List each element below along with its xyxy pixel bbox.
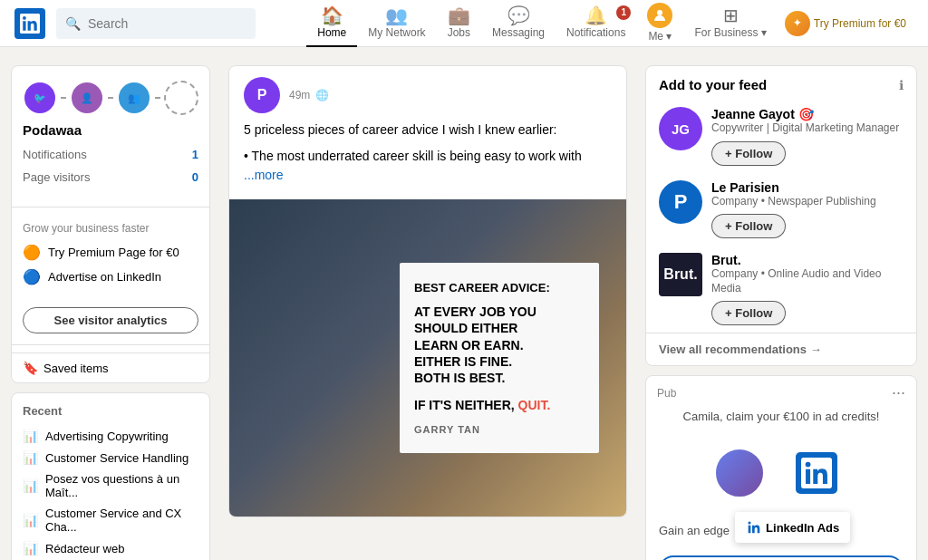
rec-avatar-1: JG	[659, 107, 702, 150]
post-time: 49m 🌐	[289, 89, 612, 101]
business-name: Podawaa	[23, 122, 198, 138]
avatar-progress-row: 🐦 👤 👥	[23, 81, 198, 115]
nav-label-home: Home	[317, 26, 346, 39]
nav-label-me: Me ▾	[648, 30, 672, 43]
ad-pub-label: Pub	[657, 387, 676, 400]
ad-card: Pub ··· Camila, claim your €100 in ad cr…	[645, 375, 917, 560]
nav-item-home[interactable]: 🏠 Home	[306, 0, 357, 47]
rec-desc-2: Company • Newspaper Publishing	[711, 195, 904, 209]
recent-label-1: Advertising Copywriting	[45, 430, 169, 443]
recent-label-2: Customer Service Handling	[45, 451, 188, 465]
premium-button[interactable]: ✦ Try Premium for €0	[778, 0, 914, 47]
notifications-value: 1	[192, 148, 198, 161]
rec-info-1: Jeanne Gayot 🎯 Copywriter | Digital Mark…	[711, 107, 904, 166]
globe-icon: 🌐	[315, 89, 329, 101]
nav-item-me[interactable]: Me ▾	[636, 0, 683, 47]
business-icon: ⊞	[723, 6, 739, 24]
career-advice-card: BEST CAREER ADVICE: AT EVERY JOB YOU SHO…	[400, 263, 599, 454]
recent-title: Recent	[23, 404, 198, 418]
left-sidebar: 🐦 👤 👥 Podawaa Notifications 1 Page visit…	[11, 65, 210, 560]
saved-items-label: Saved items	[44, 362, 109, 375]
recent-item-2[interactable]: 📊 Customer Service Handling	[23, 447, 198, 468]
ad-options-button[interactable]: ···	[892, 383, 905, 402]
more-link[interactable]: ...more	[244, 168, 284, 182]
notifications-stat[interactable]: Notifications 1	[23, 143, 198, 166]
nav-label-jobs: Jobs	[448, 26, 470, 39]
progress-avatar-2: 👤	[70, 81, 104, 115]
recent-section: Recent 📊 Advertising Copywriting 📊 Custo…	[12, 393, 209, 560]
recent-item-1[interactable]: 📊 Advertising Copywriting	[23, 425, 198, 447]
main-feed: P 49m 🌐 5 priceless pieces of career adv…	[228, 65, 627, 526]
follow-button-1[interactable]: + Follow	[711, 141, 786, 166]
ad-tooltip: LinkedIn Ads	[735, 512, 850, 543]
post-meta: 49m 🌐	[289, 89, 612, 101]
claim-credits-button[interactable]: Claim €100 Credits	[659, 555, 904, 560]
page-visitors-stat[interactable]: Page visitors 0	[23, 166, 198, 188]
follow-button-3[interactable]: + Follow	[711, 301, 786, 325]
advertise-link[interactable]: 🔵 Advertise on LinkedIn	[23, 265, 198, 289]
add-to-feed-card: Add to your feed ℹ JG Jeanne Gayot 🎯 Cop…	[645, 65, 917, 366]
info-icon[interactable]: ℹ	[899, 78, 904, 92]
post-card: P 49m 🌐 5 priceless pieces of career adv…	[228, 65, 627, 517]
notifications-label: Notifications	[23, 148, 87, 161]
advertise-label: Advertise on LinkedIn	[48, 270, 161, 284]
view-all-link[interactable]: View all recommendations →	[646, 333, 916, 365]
post-image: BEST CAREER ADVICE: AT EVERY JOB YOU SHO…	[229, 199, 626, 517]
recent-icon-2: 📊	[23, 450, 38, 465]
rec-avatar-3: Brut.	[659, 253, 702, 296]
progress-avatar-1: 🐦	[23, 81, 57, 115]
feed-card-title: Add to your feed	[659, 77, 767, 92]
recent-label-4: Customer Service and CX Cha...	[45, 507, 198, 534]
progress-connector-1	[61, 97, 66, 99]
recent-icon-4: 📊	[23, 513, 38, 527]
image-author: GARRY TAN	[414, 424, 585, 435]
progress-connector-3	[155, 97, 160, 99]
post-bullet: • The most underrated career skill is be…	[244, 147, 612, 185]
progress-avatar-3: 👥	[117, 81, 151, 115]
linkedin-logo[interactable]	[14, 8, 45, 39]
rec-name-3: Brut.	[711, 253, 904, 267]
ad-person-avatar	[713, 447, 766, 499]
nav-item-jobs[interactable]: 💼 Jobs	[437, 0, 481, 47]
premium-avatar: ✦	[785, 11, 810, 36]
rec-desc-1: Copywriter | Digital Marketing Manager	[711, 121, 904, 136]
nav-label-network: My Network	[368, 26, 425, 39]
saved-items-row[interactable]: 🔖 Saved items	[12, 352, 209, 382]
recent-item-5[interactable]: 📊 Rédacteur web	[23, 537, 198, 559]
jobs-icon: 💼	[448, 6, 470, 24]
page-visitors-value: 0	[192, 170, 198, 184]
post-summary: 5 priceless pieces of career advice I wi…	[244, 121, 612, 140]
recent-item-3[interactable]: 📊 Posez vos questions à un Maît...	[23, 468, 198, 503]
premium-label: Try Premium for €0	[814, 17, 906, 30]
progress-avatar-4	[164, 81, 198, 115]
me-avatar	[647, 3, 672, 28]
nav-item-notifications[interactable]: 🔔 1 Notifications	[556, 0, 636, 47]
follow-button-2[interactable]: + Follow	[711, 214, 786, 238]
notifications-icon: 🔔	[585, 6, 607, 24]
nav-item-messaging[interactable]: 💬 Messaging	[481, 0, 556, 47]
nav-item-network[interactable]: 👥 My Network	[357, 0, 436, 47]
ad-header: Pub ···	[646, 376, 916, 410]
premium-page-icon: 🟠	[23, 244, 41, 261]
visitor-analytics-button[interactable]: See visitor analytics	[23, 307, 198, 333]
home-icon: 🏠	[321, 6, 343, 24]
image-title: BEST CAREER ADVICE:	[414, 281, 585, 295]
profile-card: 🐦 👤 👥 Podawaa Notifications 1 Page visit…	[11, 65, 210, 383]
premium-page-label: Try Premium Page for €0	[48, 246, 179, 259]
recent-label-5: Rédacteur web	[45, 542, 124, 555]
rec-info-2: Le Parisien Company • Newspaper Publishi…	[711, 180, 904, 239]
post-author-avatar: P	[244, 77, 280, 113]
bookmark-icon: 🔖	[23, 361, 38, 375]
premium-page-link[interactable]: 🟠 Try Premium Page for €0	[23, 240, 198, 265]
nav-item-business[interactable]: ⊞ For Business ▾	[683, 0, 777, 47]
recent-icon-3: 📊	[23, 478, 38, 493]
search-bar[interactable]: 🔍	[56, 8, 256, 39]
ad-linkedin-logo	[793, 449, 840, 497]
network-icon: 👥	[385, 6, 408, 24]
feed-card-header: Add to your feed ℹ	[646, 66, 916, 100]
recommendation-1: JG Jeanne Gayot 🎯 Copywriter | Digital M…	[646, 100, 916, 173]
notifications-badge: 1	[616, 5, 631, 20]
recent-item-4[interactable]: 📊 Customer Service and CX Cha...	[23, 503, 198, 537]
search-input[interactable]	[88, 16, 233, 31]
image-body: AT EVERY JOB YOU SHOULD EITHER LEARN OR …	[414, 304, 585, 386]
